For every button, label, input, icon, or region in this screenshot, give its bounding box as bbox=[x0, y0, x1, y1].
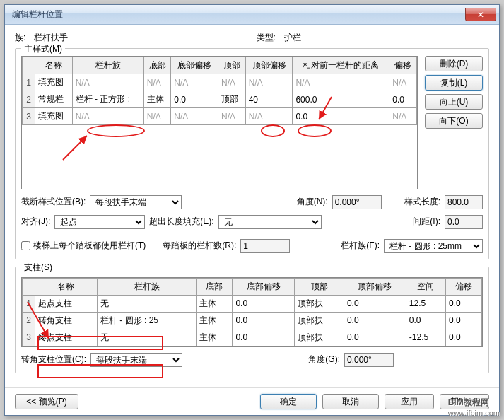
cell[interactable]: 0.0 bbox=[445, 329, 481, 346]
delete-button[interactable]: 删除(D) bbox=[425, 56, 483, 71]
cell[interactable]: 无 bbox=[97, 329, 197, 346]
main-group-title: 主样式(M) bbox=[21, 43, 65, 55]
main-pattern-group: 主样式(M) 名称栏杆族底部底部偏移顶部顶部偏移相对前一栏杆的距离偏移1填充图N… bbox=[15, 48, 489, 259]
help-button[interactable]: 帮助(H) bbox=[440, 394, 489, 409]
cell[interactable]: N/A bbox=[143, 108, 171, 125]
copy-button[interactable]: 复制(L) bbox=[425, 75, 483, 91]
cell[interactable]: N/A bbox=[245, 74, 293, 91]
cell[interactable]: 栏杆 - 圆形 : 25 bbox=[97, 312, 197, 329]
close-button[interactable]: ✕ bbox=[465, 8, 496, 21]
cell[interactable]: 0.0 bbox=[445, 295, 481, 312]
cell[interactable]: 0.0 bbox=[233, 295, 295, 312]
cell[interactable]: 0.0 bbox=[293, 108, 389, 125]
col-header: 偏移 bbox=[445, 278, 481, 295]
col-header bbox=[23, 278, 35, 295]
cell[interactable]: 无 bbox=[97, 295, 197, 312]
col-header: 偏移 bbox=[389, 57, 417, 74]
cell[interactable]: 顶部扶 bbox=[295, 295, 344, 312]
overfill-label: 超出长度填充(E): bbox=[149, 216, 213, 228]
balfam-select[interactable]: 栏杆 - 圆形 : 25mm bbox=[384, 239, 483, 253]
cell[interactable]: N/A bbox=[143, 74, 171, 91]
cell[interactable]: 转角支柱 bbox=[35, 312, 98, 329]
cell[interactable]: 主体 bbox=[197, 329, 233, 346]
cell[interactable]: N/A bbox=[389, 74, 417, 91]
cell[interactable]: N/A bbox=[171, 108, 218, 125]
col-header: 相对前一栏杆的距离 bbox=[293, 57, 389, 74]
corner-select[interactable]: 每段扶手末端 bbox=[90, 353, 182, 367]
spacing-input bbox=[445, 215, 483, 229]
cell[interactable]: 填充图 bbox=[35, 74, 73, 91]
stair-checkbox[interactable]: 楼梯上每个踏板都使用栏杆(T) bbox=[21, 240, 146, 252]
col-header: 栏杆族 bbox=[97, 278, 197, 295]
cell[interactable]: 600.0 bbox=[293, 91, 389, 108]
preview-button[interactable]: << 预览(P) bbox=[15, 394, 78, 409]
cell[interactable]: N/A bbox=[72, 108, 143, 125]
col-header: 底部偏移 bbox=[171, 57, 218, 74]
cangle-input bbox=[344, 353, 394, 367]
cell[interactable]: 0.0 bbox=[344, 295, 406, 312]
cell[interactable]: 12.5 bbox=[406, 295, 445, 312]
cell[interactable]: -12.5 bbox=[406, 329, 445, 346]
cangle-label: 角度(G): bbox=[308, 354, 340, 366]
cell[interactable]: N/A bbox=[171, 74, 218, 91]
up-button[interactable]: 向上(U) bbox=[425, 94, 483, 110]
table-row[interactable]: 2转角支柱栏杆 - 圆形 : 25主体0.0顶部扶0.00.00.0 bbox=[23, 312, 482, 329]
angle-label: 角度(N): bbox=[297, 196, 328, 208]
apply-button[interactable]: 应用 bbox=[385, 394, 434, 409]
cell[interactable]: 0.0 bbox=[344, 329, 406, 346]
cell[interactable]: 顶部扶 bbox=[295, 312, 344, 329]
cell[interactable]: 0.0 bbox=[406, 312, 445, 329]
cell[interactable]: N/A bbox=[72, 74, 143, 91]
cell[interactable]: 0.0 bbox=[233, 329, 295, 346]
family-label: 族: bbox=[15, 32, 25, 44]
cell[interactable]: 40 bbox=[245, 91, 293, 108]
cell[interactable]: N/A bbox=[293, 74, 389, 91]
cell[interactable]: 常规栏 bbox=[35, 91, 73, 108]
cell[interactable]: 栏杆 - 正方形 : bbox=[72, 91, 143, 108]
overfill-select[interactable]: 无 bbox=[218, 215, 322, 229]
cell[interactable]: 主体 bbox=[197, 312, 233, 329]
cell[interactable]: 起点支柱 bbox=[35, 295, 98, 312]
cell[interactable]: N/A bbox=[218, 74, 246, 91]
table-row[interactable]: 2常规栏栏杆 - 正方形 :主体0.0顶部40600.00.0 bbox=[23, 91, 417, 108]
table-row[interactable]: 3终点支柱无主体0.0顶部扶0.0-12.50.0 bbox=[23, 329, 482, 346]
main-table[interactable]: 名称栏杆族底部底部偏移顶部顶部偏移相对前一栏杆的距离偏移1填充图N/AN/AN/… bbox=[21, 56, 418, 189]
cell[interactable]: 顶部扶 bbox=[295, 329, 344, 346]
cell[interactable]: 0.0 bbox=[233, 312, 295, 329]
post-group: 支柱(S) 名称栏杆族底部底部偏移顶部顶部偏移空间偏移1起点支柱无主体0.0顶部… bbox=[15, 267, 489, 373]
cell[interactable]: 0.0 bbox=[171, 91, 218, 108]
col-header: 底部 bbox=[143, 57, 171, 74]
cell[interactable]: 主体 bbox=[197, 295, 233, 312]
cancel-button[interactable]: 取消 bbox=[322, 394, 379, 409]
cell[interactable]: N/A bbox=[389, 108, 417, 125]
cell[interactable]: 主体 bbox=[143, 91, 171, 108]
col-header: 顶部 bbox=[295, 278, 344, 295]
cell[interactable]: 0.0 bbox=[344, 312, 406, 329]
close-icon: ✕ bbox=[477, 10, 484, 20]
col-header bbox=[23, 57, 35, 74]
table-row[interactable]: 1填充图N/AN/AN/AN/AN/AN/AN/A bbox=[23, 74, 417, 91]
angle-input bbox=[332, 195, 382, 209]
length-input bbox=[445, 195, 483, 209]
align-select[interactable]: 起点 bbox=[54, 215, 145, 229]
table-row[interactable]: 1起点支柱无主体0.0顶部扶0.012.50.0 bbox=[23, 295, 482, 312]
ok-button[interactable]: 确定 bbox=[260, 394, 317, 409]
cell[interactable]: 填充图 bbox=[35, 108, 73, 125]
col-header: 名称 bbox=[35, 278, 98, 295]
cell[interactable]: 顶部 bbox=[218, 91, 246, 108]
cell[interactable]: 0.0 bbox=[389, 91, 417, 108]
cell[interactable]: 终点支柱 bbox=[35, 329, 98, 346]
cell[interactable]: N/A bbox=[218, 108, 246, 125]
break-select[interactable]: 每段扶手末端 bbox=[90, 195, 182, 209]
pertread-input bbox=[240, 239, 290, 253]
down-button[interactable]: 向下(O) bbox=[425, 113, 483, 129]
col-header: 栏杆族 bbox=[72, 57, 143, 74]
post-table[interactable]: 名称栏杆族底部底部偏移顶部顶部偏移空间偏移1起点支柱无主体0.0顶部扶0.012… bbox=[21, 277, 483, 347]
stair-checkbox-input[interactable] bbox=[21, 241, 30, 250]
cell[interactable]: N/A bbox=[245, 108, 293, 125]
align-label: 对齐(J): bbox=[21, 216, 50, 228]
length-label: 样式长度: bbox=[404, 196, 440, 208]
cell[interactable]: 0.0 bbox=[445, 312, 481, 329]
type-value: 护栏 bbox=[284, 32, 301, 44]
table-row[interactable]: 3填充图N/AN/AN/AN/AN/A0.0N/A bbox=[23, 108, 417, 125]
